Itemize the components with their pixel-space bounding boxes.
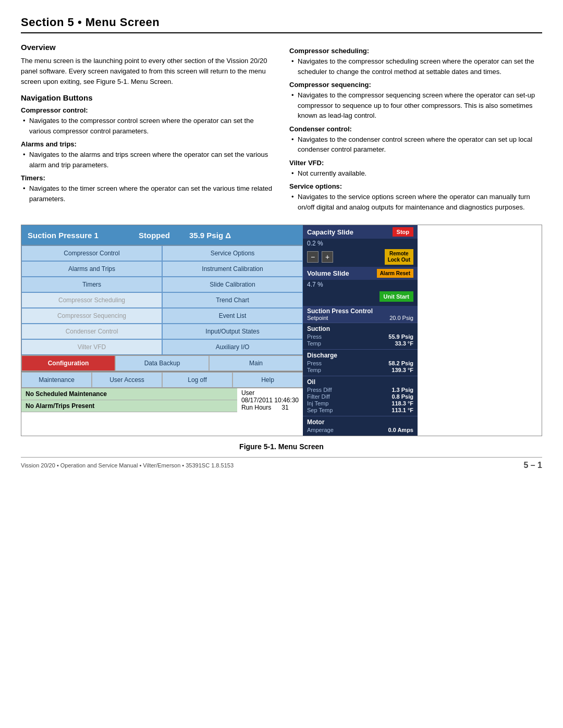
- spc-setpoint-label: Setpoint: [307, 315, 328, 321]
- btn-condenser-control[interactable]: Condenser Control: [21, 324, 162, 339]
- nav-service-title: Service options:: [289, 182, 542, 190]
- oil-inj-temp-value: 118.3 °F: [391, 400, 413, 406]
- oil-filter-diff-row: Filter Diff 0.8 Psig: [307, 393, 413, 400]
- bottom-action-row: Configuration Data Backup Main: [21, 355, 303, 372]
- overview-body: The menu screen is the launching point t…: [21, 56, 274, 87]
- suction-temp-row: Temp 33.3 °F: [307, 340, 413, 347]
- btn-compressor-control[interactable]: Compressor Control: [21, 245, 162, 261]
- discharge-temp-value: 139.3 °F: [391, 367, 413, 373]
- oil-title: Oil: [307, 378, 413, 386]
- suction-press-label: Press: [307, 334, 322, 340]
- btn-service-options[interactable]: Service Options: [162, 245, 303, 261]
- btn-configuration[interactable]: Configuration: [21, 355, 115, 371]
- page-footer: Vission 20/20 • Operation and Service Ma…: [21, 457, 542, 470]
- spc-title: Suction Press Control: [307, 307, 413, 315]
- btn-input-output-states[interactable]: Input/Output States: [162, 324, 303, 339]
- status-no-alarms: No Alarm/Trips Present: [21, 400, 237, 412]
- capacity-slide-header: Capacity Slide Stop: [303, 225, 418, 239]
- top-bar-value: 35.9 Psig Δ: [183, 231, 303, 240]
- oil-filter-diff-label: Filter Diff: [307, 393, 330, 400]
- slide-controls: − + RemoteLock Out: [303, 248, 418, 267]
- capacity-slide-value: 0.2 %: [303, 239, 418, 248]
- nav-alarms-bullet: Navigates to the alarms and trips screen…: [21, 150, 274, 170]
- btn-auxiliary-io[interactable]: Auxiliary I/O: [162, 339, 303, 355]
- btn-log-off[interactable]: Log off: [162, 372, 232, 388]
- oil-sep-temp-value: 113.1 °F: [391, 407, 413, 413]
- user-time-block: User 08/17/2011 10:46:30 Run Hours 31: [237, 388, 303, 412]
- motor-amperage-row: Amperage 0.0 Amps: [307, 427, 413, 433]
- nav-vfd-title: Vilter VFD:: [289, 159, 542, 167]
- nav-condenser-bullet: Navigates to the condenser control scree…: [289, 134, 542, 155]
- btn-alarm-reset[interactable]: Alarm Reset: [377, 269, 413, 278]
- overview-title: Overview: [21, 43, 274, 52]
- btn-instrument-calibration[interactable]: Instrument Calibration: [162, 261, 303, 277]
- motor-section: Motor Amperage 0.0 Amps: [303, 416, 418, 436]
- suction-press-value: 55.9 Psig: [388, 334, 413, 340]
- nav-condenser-title: Condenser control:: [289, 125, 542, 133]
- btn-main[interactable]: Main: [209, 355, 303, 371]
- right-column: Compressor scheduling: Navigates to the …: [289, 43, 542, 215]
- motor-title: Motor: [307, 418, 413, 426]
- nav-buttons-title: Navigation Buttons: [21, 93, 274, 102]
- btn-event-list[interactable]: Event List: [162, 308, 303, 324]
- spc-setpoint-row: Setpoint 20.0 Psig: [307, 315, 413, 321]
- nav-compressor-control-bullet: Navigates to the compressor control scre…: [21, 116, 274, 136]
- discharge-press-label: Press: [307, 360, 322, 366]
- status-no-maintenance: No Scheduled Maintenance: [21, 388, 237, 400]
- btn-alarms-trips[interactable]: Alarms and Trips: [21, 261, 162, 277]
- btn-compressor-scheduling[interactable]: Compressor Scheduling: [21, 292, 162, 308]
- nav-scheduling-title: Compressor scheduling:: [289, 47, 542, 55]
- suction-temp-label: Temp: [307, 340, 321, 347]
- volume-slide-header: Volume Slide Alarm Reset: [303, 267, 418, 280]
- capacity-minus-btn[interactable]: −: [307, 251, 319, 263]
- oil-press-diff-label: Press Diff: [307, 387, 332, 393]
- footer-page-number: 5 – 1: [523, 461, 542, 470]
- oil-sep-temp-label: Sep Temp: [307, 407, 333, 413]
- status-messages: No Scheduled Maintenance No Alarm/Trips …: [21, 388, 237, 412]
- btn-maintenance[interactable]: Maintenance: [21, 372, 92, 388]
- oil-press-diff-value: 1.3 Psig: [391, 387, 413, 393]
- capacity-plus-btn[interactable]: +: [322, 251, 333, 263]
- content-columns: Overview The menu screen is the launchin…: [21, 43, 542, 215]
- oil-section: Oil Press Diff 1.3 Psig Filter Diff 0.8 …: [303, 376, 418, 416]
- nav-scheduling-bullet: Navigates to the compressor scheduling s…: [289, 56, 542, 77]
- screen-container: Suction Pressure 1 Stopped 35.9 Psig Δ C…: [21, 225, 542, 436]
- btn-slide-calibration[interactable]: Slide Calibration: [162, 277, 303, 292]
- btn-stop[interactable]: Stop: [393, 227, 413, 237]
- btn-unit-start[interactable]: Unit Start: [380, 291, 414, 302]
- btn-vilter-vfd[interactable]: Vilter VFD: [21, 339, 162, 355]
- discharge-press-value: 58.2 Psig: [388, 360, 413, 366]
- run-hours-value: 31: [282, 404, 288, 411]
- nav-compressor-control-title: Compressor control:: [21, 106, 274, 114]
- menu-grid: Compressor Control Service Options Alarm…: [21, 245, 303, 355]
- nav-sequencing-bullet: Navigates to the compressor sequencing s…: [289, 90, 542, 121]
- suction-temp-value: 33.3 °F: [395, 340, 413, 347]
- nav-alarms-title: Alarms and trips:: [21, 140, 274, 148]
- btn-remote-lockout[interactable]: RemoteLock Out: [385, 249, 413, 265]
- motor-amperage-value: 0.0 Amps: [388, 427, 413, 433]
- top-bar: Suction Pressure 1 Stopped 35.9 Psig Δ: [21, 225, 303, 245]
- page-title: Section 5 • Menu Screen: [21, 16, 542, 29]
- btn-user-access[interactable]: User Access: [92, 372, 162, 388]
- top-bar-status: Stopped: [126, 231, 183, 240]
- suction-section: Suction Press 55.9 Psig Temp 33.3 °F: [303, 323, 418, 349]
- user-datetime: 08/17/2011 10:46:30: [241, 397, 299, 404]
- run-hours-label: Run Hours: [241, 404, 271, 411]
- nav-sequencing-title: Compressor sequencing:: [289, 81, 542, 89]
- status-user-area: No Scheduled Maintenance No Alarm/Trips …: [21, 388, 303, 412]
- oil-filter-diff-value: 0.8 Psig: [391, 393, 413, 400]
- motor-amperage-label: Amperage: [307, 427, 334, 433]
- oil-press-diff-row: Press Diff 1.3 Psig: [307, 387, 413, 393]
- oil-sep-temp-row: Sep Temp 113.1 °F: [307, 407, 413, 413]
- btn-compressor-sequencing[interactable]: Compressor Sequencing: [21, 308, 162, 324]
- volume-slide-value: 4.7 %: [303, 280, 418, 290]
- btn-trend-chart[interactable]: Trend Chart: [162, 292, 303, 308]
- btn-timers[interactable]: Timers: [21, 277, 162, 292]
- page-header: Section 5 • Menu Screen: [21, 16, 542, 33]
- btn-help[interactable]: Help: [232, 372, 303, 388]
- action-buttons-row: Maintenance User Access Log off Help: [21, 372, 303, 388]
- nav-service-bullet: Navigates to the service options screen …: [289, 192, 542, 212]
- figure-caption: Figure 5-1. Menu Screen: [21, 442, 542, 451]
- btn-data-backup[interactable]: Data Backup: [115, 355, 209, 371]
- screen-right-panel: Capacity Slide Stop 0.2 % − + RemoteLock…: [303, 225, 418, 436]
